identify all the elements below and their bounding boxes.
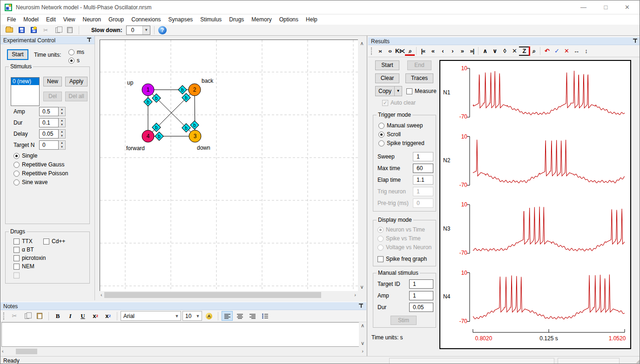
menu-synapses[interactable]: Synapses: [165, 15, 197, 24]
save-as-icon[interactable]: ✱: [28, 26, 39, 35]
next-icon[interactable]: ›: [447, 46, 457, 56]
fit-time-icon[interactable]: K⋉: [395, 46, 405, 56]
underline-button[interactable]: U: [77, 311, 88, 321]
measure-voltage-icon[interactable]: ↕: [581, 46, 591, 56]
new-button[interactable]: New: [43, 77, 62, 86]
fit-voltage-icon[interactable]: Z: [519, 46, 529, 56]
menu-edit[interactable]: Edit: [42, 15, 60, 24]
scroll-left-icon[interactable]: ‹: [2, 348, 4, 354]
spike-freq-checkbox[interactable]: Spike freq graph: [377, 256, 427, 262]
zoom-time-icon[interactable]: ⌕: [405, 46, 415, 56]
prev-fast-icon[interactable]: «: [428, 46, 438, 56]
drug-checkbox-TTX[interactable]: TTX: [13, 238, 33, 245]
open-file-icon[interactable]: [4, 26, 14, 35]
scroll-up-icon[interactable]: ∧: [358, 40, 366, 46]
manual-target-id-field[interactable]: 1: [409, 279, 433, 289]
help-icon[interactable]: ?: [158, 26, 167, 34]
spinner-arrows[interactable]: ▲▼: [59, 129, 66, 139]
menu-help[interactable]: Help: [302, 15, 321, 24]
stimulus-dur-spinner[interactable]: 0.1▲▼: [39, 118, 66, 127]
pin-icon[interactable]: [87, 38, 91, 42]
scrollbar-thumb[interactable]: [104, 292, 321, 298]
stimulus-mode-sine-wave[interactable]: Sine wave: [13, 179, 47, 185]
next-fast-icon[interactable]: »: [457, 46, 467, 56]
bold-button[interactable]: B: [52, 311, 63, 321]
stimulus-mode-single[interactable]: Single: [13, 152, 37, 159]
scroll-left-icon[interactable]: ‹: [101, 292, 102, 298]
spin-down-icon[interactable]: ▼: [59, 123, 65, 127]
stimulus-mode-repetitive-poisson[interactable]: Repetitive Poisson: [13, 170, 68, 177]
notes-textarea[interactable]: [1, 322, 359, 347]
time-units-s[interactable]: s: [68, 57, 80, 64]
results-start-button[interactable]: Start: [375, 60, 399, 70]
start-button[interactable]: Start: [7, 49, 28, 60]
bullet-list-button[interactable]: [259, 311, 270, 321]
drug-checkbox-Cd[interactable]: Cd++: [43, 238, 65, 245]
prev-icon[interactable]: ‹: [438, 46, 447, 56]
pin-icon[interactable]: [633, 39, 637, 43]
traces-button[interactable]: Traces: [405, 73, 433, 83]
notes-vscrollbar[interactable]: ∧ ∨: [359, 322, 366, 347]
chevron-down-icon[interactable]: ▼: [142, 26, 150, 34]
zoom-voltage-icon[interactable]: ⌕: [529, 46, 539, 56]
canvas-vscrollbar[interactable]: ∧ ∨: [358, 40, 366, 291]
copy-button[interactable]: Copy ▼: [375, 86, 402, 96]
canvas-hscrollbar[interactable]: ‹ ›: [100, 291, 358, 299]
stimulus-delay-spinner[interactable]: 0.05▲▼: [39, 129, 66, 139]
trigger-max-time-field[interactable]: 60: [413, 164, 433, 173]
menu-view[interactable]: View: [60, 15, 79, 24]
font-select[interactable]: Arial▼: [121, 311, 181, 321]
spin-down-icon[interactable]: ▼: [59, 134, 65, 138]
spin-up-icon[interactable]: ▲: [59, 141, 65, 145]
align-center-button[interactable]: [234, 311, 245, 321]
menu-memory[interactable]: Memory: [248, 15, 275, 24]
measure-checkbox[interactable]: Measure: [406, 88, 437, 94]
align-right-button[interactable]: [247, 311, 258, 321]
compress-voltage-icon[interactable]: ✕: [509, 46, 519, 56]
spinner-arrows[interactable]: ▲▼: [59, 140, 66, 150]
menu-drugs[interactable]: Drugs: [225, 15, 248, 24]
subscript-button[interactable]: x2: [102, 311, 114, 321]
scroll-right-icon[interactable]: ›: [362, 348, 364, 354]
spin-up-icon[interactable]: ▲: [59, 107, 65, 112]
expand-voltage-icon[interactable]: ◊: [499, 46, 509, 56]
menu-options[interactable]: Options: [276, 15, 302, 24]
scroll-up-icon[interactable]: ∧: [359, 323, 366, 329]
font-size-select[interactable]: 10▼: [182, 311, 202, 321]
time-units-ms[interactable]: ms: [68, 49, 84, 55]
panel-splitter[interactable]: [367, 36, 367, 356]
stimulus-list[interactable]: 0 (new): [11, 77, 40, 106]
undo-icon[interactable]: ↶: [542, 46, 552, 56]
minimize-button[interactable]: —: [573, 0, 594, 14]
trigger-mode-spike-triggered[interactable]: Spike triggered: [378, 140, 424, 146]
drug-checkbox-picrotoxin[interactable]: picrotoxin: [13, 255, 46, 261]
pin-icon[interactable]: [359, 304, 363, 308]
accept-icon[interactable]: ✓: [552, 46, 561, 56]
spinner-arrows[interactable]: ▲▼: [59, 107, 66, 116]
manual-amp-field[interactable]: 1: [409, 291, 433, 300]
compress-time-icon[interactable]: ›‹: [375, 46, 385, 56]
stimulus-target-n-spinner[interactable]: 0▲▼: [39, 140, 66, 150]
trigger-mode-manual-sweep[interactable]: Manual sweep: [378, 122, 423, 129]
stimulus-list-item[interactable]: 0 (new): [11, 78, 39, 85]
menu-connexions[interactable]: Connexions: [128, 15, 164, 24]
superscript-button[interactable]: x2: [90, 311, 101, 321]
menu-neuron[interactable]: Neuron: [79, 15, 105, 24]
close-button[interactable]: ✕: [617, 0, 638, 14]
delete-icon[interactable]: ✕: [561, 46, 571, 56]
spell-check-icon[interactable]: A: [203, 311, 215, 321]
resize-grip[interactable]: ◢: [636, 358, 640, 364]
spin-down-icon[interactable]: ▼: [59, 145, 65, 149]
last-sweep-icon[interactable]: »|: [467, 46, 477, 56]
align-left-button[interactable]: [222, 311, 233, 321]
paste-icon[interactable]: [34, 311, 45, 321]
scrollbar-thumb[interactable]: [16, 349, 37, 354]
first-sweep-icon[interactable]: |«: [418, 46, 428, 56]
spin-down-icon[interactable]: ▼: [59, 112, 65, 116]
manual-dur-field[interactable]: 0.05: [409, 303, 433, 312]
apply-button[interactable]: Apply: [65, 77, 88, 86]
shift-down-icon[interactable]: ∨: [490, 46, 499, 56]
slow-down-select[interactable]: 0▼: [126, 26, 150, 35]
spin-up-icon[interactable]: ▲: [59, 130, 65, 134]
drug-checkbox-NEM[interactable]: NEM: [13, 263, 34, 270]
